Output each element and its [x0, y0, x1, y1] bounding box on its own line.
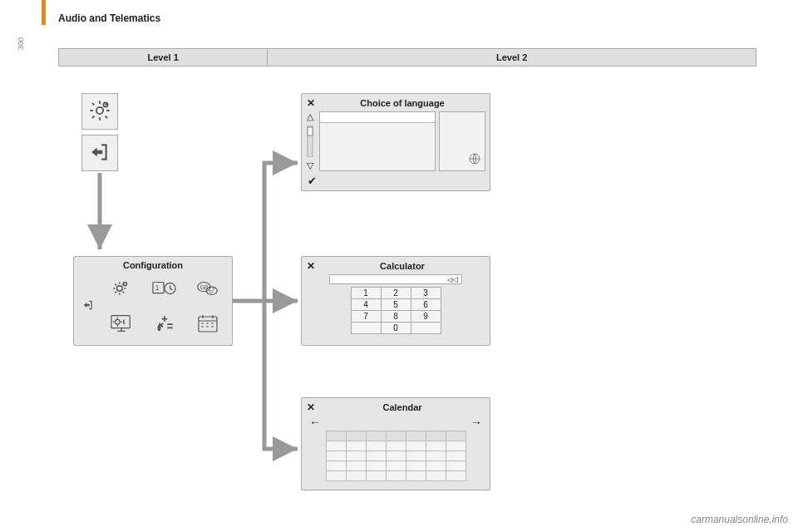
- scroll-up-icon[interactable]: △: [307, 111, 313, 122]
- calendar-close-button[interactable]: ✕: [304, 401, 318, 413]
- key-6[interactable]: 6: [411, 299, 441, 311]
- accent-stripe: [42, 0, 46, 25]
- globe-icon: [468, 152, 481, 167]
- config-item-display[interactable]: [107, 311, 135, 336]
- config-back-icon[interactable]: [82, 299, 94, 313]
- calendar-grid[interactable]: [326, 431, 466, 481]
- key-blank-l: [351, 323, 381, 334]
- calendar-panel: ✕ Calendar ← →: [301, 397, 490, 490]
- calculator-keypad: 1 2 3 4 5 6 7 8 9 0: [351, 287, 441, 334]
- level-1-header: Level 1: [59, 49, 268, 66]
- language-preview: [439, 111, 485, 171]
- calculator-panel-title: Calculator: [318, 261, 487, 271]
- key-7[interactable]: 7: [351, 311, 381, 323]
- key-9[interactable]: 9: [411, 311, 441, 323]
- calculator-close-button[interactable]: ✕: [304, 260, 318, 272]
- config-item-datetime[interactable]: 1: [150, 276, 179, 301]
- section-header: Audio and Telematics: [58, 12, 160, 24]
- enter-into-icon: [89, 141, 111, 165]
- config-item-language[interactable]: GBDF: [194, 276, 222, 301]
- language-close-button[interactable]: ✕: [304, 97, 318, 109]
- key-5[interactable]: 5: [381, 299, 411, 311]
- language-panel: ✕ Choice of language △ ▽ ✔: [301, 93, 490, 191]
- level-2-header: Level 2: [268, 49, 756, 66]
- settings-button[interactable]: [81, 93, 118, 130]
- watermark: carmanualsonline.info: [691, 514, 788, 525]
- scrollbar-track[interactable]: [306, 126, 314, 157]
- configuration-panel: Configuration 1 GBDF: [73, 256, 233, 346]
- key-1[interactable]: 1: [351, 288, 381, 299]
- key-0[interactable]: 0: [381, 323, 411, 334]
- page-number: 300: [17, 37, 25, 50]
- calculator-panel: ✕ Calculator ◁ 1 2 3 4 5 6 7 8 9 0: [301, 256, 490, 346]
- svg-rect-18: [308, 127, 313, 135]
- calendar-panel-title: Calendar: [318, 402, 487, 412]
- key-3[interactable]: 3: [411, 288, 441, 299]
- key-2[interactable]: 2: [381, 288, 411, 299]
- level-bar: Level 1 Level 2: [58, 48, 756, 66]
- svg-point-14: [159, 325, 160, 327]
- key-8[interactable]: 8: [381, 311, 411, 323]
- configuration-title: Configuration: [79, 260, 227, 270]
- config-item-calendar[interactable]: [194, 311, 222, 336]
- svg-text:F: F: [213, 287, 215, 291]
- svg-point-2: [117, 286, 123, 292]
- gear-icon: [88, 99, 111, 124]
- calendar-prev-button[interactable]: ←: [309, 416, 321, 429]
- key-4[interactable]: 4: [351, 299, 381, 311]
- calculator-display: ◁: [329, 274, 462, 284]
- calendar-next-button[interactable]: →: [470, 416, 482, 429]
- config-item-settings[interactable]: [107, 276, 135, 301]
- language-list[interactable]: [319, 111, 436, 171]
- svg-point-13: [116, 319, 121, 324]
- svg-text:1: 1: [155, 283, 160, 292]
- svg-rect-16: [199, 317, 217, 332]
- config-item-calculator[interactable]: [150, 311, 179, 336]
- language-panel-title: Choice of language: [318, 98, 487, 108]
- language-confirm-button[interactable]: ✔: [304, 175, 319, 187]
- key-blank-r: [411, 323, 441, 334]
- enter-button[interactable]: [81, 135, 118, 171]
- svg-point-15: [159, 329, 160, 331]
- svg-point-0: [96, 107, 103, 114]
- scroll-down-icon[interactable]: ▽: [307, 160, 313, 171]
